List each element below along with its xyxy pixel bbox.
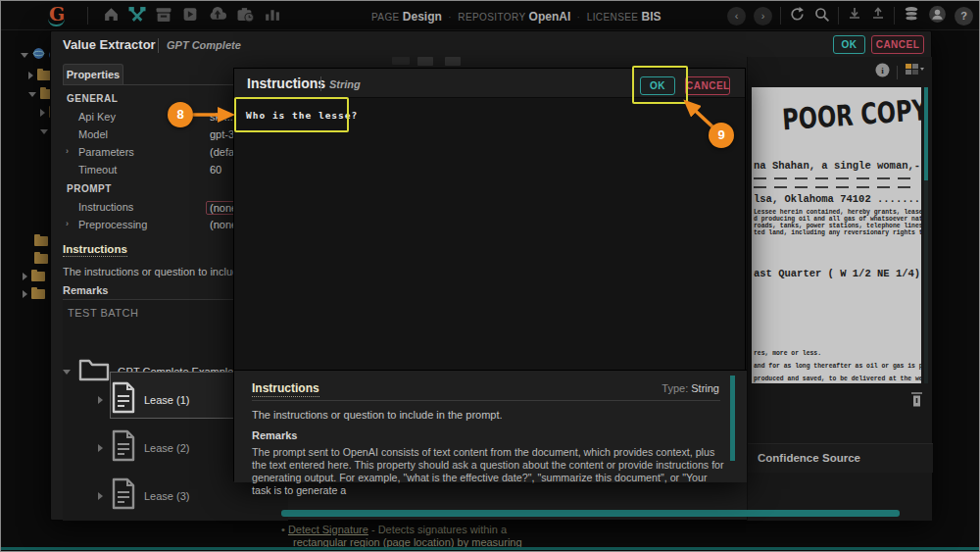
import-cloud-icon[interactable] <box>208 6 227 23</box>
expander-icon[interactable] <box>98 492 103 500</box>
document-line: produced and saved, to be delivered at t… <box>754 376 921 382</box>
expand-chevron-icon[interactable]: › <box>66 146 69 156</box>
folder-icon[interactable] <box>31 272 45 281</box>
modal-help-panel: Instructions Type: String The instructio… <box>234 370 747 482</box>
annotation-step-9: 9 <box>709 123 734 148</box>
folder-icon[interactable] <box>34 236 48 246</box>
delete-icon[interactable] <box>910 391 923 412</box>
document-icon <box>111 381 136 418</box>
document-line: res, more or less. <box>754 350 821 357</box>
stats-icon[interactable] <box>264 6 280 23</box>
folder-icon[interactable] <box>31 289 45 299</box>
licensee-label: LICENSEE <box>587 12 639 23</box>
back-button[interactable]: ‹ <box>727 7 746 25</box>
expand-chevron-icon[interactable]: › <box>66 219 69 228</box>
page-label: PAGE <box>371 12 400 23</box>
group-prompt: PROMPT <box>67 183 112 194</box>
tree-item-lease-3[interactable]: Lease (3) <box>98 477 189 514</box>
group-general: GENERAL <box>67 93 118 104</box>
help-scrollbar[interactable] <box>730 376 735 461</box>
document-label[interactable]: Lease (3) <box>144 490 189 502</box>
document-line: ted land, including any reversionary rig… <box>754 229 921 236</box>
download-icon[interactable] <box>847 6 862 25</box>
document-label[interactable]: Lease (2) <box>144 442 189 454</box>
modal-type: String <box>329 78 361 90</box>
bottom-accent-line <box>1 547 980 550</box>
page-value[interactable]: Design <box>403 10 442 24</box>
annotation-step-8: 8 <box>168 102 193 127</box>
document-icon <box>111 429 136 466</box>
expander-icon[interactable] <box>98 444 103 452</box>
highlight-box-instructions-text <box>234 97 349 132</box>
forward-button[interactable]: › <box>754 7 772 25</box>
design-tools-icon[interactable] <box>128 6 146 23</box>
breadcrumb: PAGE Design · REPOSITORY OpenAI · LICENS… <box>371 10 662 24</box>
document-rule <box>754 186 918 188</box>
repository-value[interactable]: OpenAI <box>529 10 571 24</box>
document-rule <box>754 177 918 179</box>
dialog-title: Value Extractor <box>63 37 156 52</box>
database-icon[interactable] <box>903 5 920 26</box>
tree-item-lease-1[interactable]: Lease (1) <box>98 381 189 418</box>
expander-icon[interactable] <box>63 370 71 375</box>
app-window: G PAGE Design · REPOSITORY OpenAI · LICE… <box>0 0 980 552</box>
help-icon[interactable]: ? <box>955 7 973 25</box>
properties-tab[interactable]: Properties <box>63 64 123 84</box>
archive-box-icon[interactable] <box>155 6 172 23</box>
highlight-box-ok-button <box>632 66 688 104</box>
horizontal-scrollbar[interactable] <box>281 510 900 517</box>
batches-icon[interactable] <box>181 6 199 23</box>
divider <box>87 7 88 25</box>
expander-icon[interactable] <box>21 53 28 58</box>
expander-icon[interactable] <box>98 396 103 404</box>
document-line: lsa, Oklahoma 74102 ........... <box>754 193 921 205</box>
view-layout-icon[interactable] <box>905 63 924 81</box>
folder-icon[interactable] <box>37 71 51 80</box>
document-viewer-panel: i POOR COPY na Shahan, a single woman,--… <box>747 57 932 521</box>
modal-help-title: Instructions <box>252 381 319 397</box>
tasks-icon[interactable] <box>236 6 255 23</box>
modal-help-type: Type: String <box>662 382 719 394</box>
search-icon[interactable] <box>813 6 830 26</box>
licensee-value[interactable]: BIS <box>642 10 662 24</box>
tab-source[interactable]: Source <box>822 452 860 464</box>
upload-icon[interactable] <box>870 6 886 25</box>
user-icon[interactable] <box>928 5 947 27</box>
modal-cancel-button[interactable]: CANCEL <box>685 76 730 95</box>
info-icon[interactable]: i <box>875 63 890 81</box>
modal-title: Instructions <box>247 75 325 91</box>
background-help-text: • Detect Signature - Detects signatures … <box>281 524 556 549</box>
home-icon[interactable] <box>103 6 120 23</box>
ghost-toolbar-icon <box>417 57 433 66</box>
detect-signature-link[interactable]: Detect Signature <box>288 524 368 535</box>
timeout-value[interactable]: 60 <box>210 164 221 176</box>
dialog-subtitle: GPT Complete <box>167 39 241 51</box>
modal-help-remarks: The prompt sent to OpenAI consists of te… <box>252 446 726 497</box>
poor-copy-stamp: POOR COPY <box>781 93 921 137</box>
api-key-value[interactable]: sk-... <box>210 111 233 123</box>
background-node-tree-lower <box>21 236 48 299</box>
cancel-button[interactable]: CANCEL <box>871 35 924 54</box>
document-preview-image[interactable]: POOR COPY na Shahan, a single woman,----… <box>752 87 921 383</box>
grooper-logo[interactable]: G <box>44 3 70 28</box>
tree-item-lease-2[interactable]: Lease (2) <box>98 429 189 466</box>
modal-help-description: The instructions or question to include … <box>252 409 503 421</box>
document-line: ast Quarter ( W 1/2 NE 1/4) <box>754 268 920 279</box>
test-batch-header: TEST BATCH <box>68 307 138 319</box>
help-title: Instructions <box>63 243 127 257</box>
refresh-icon[interactable] <box>789 6 806 26</box>
repository-node-icon <box>32 46 45 64</box>
repository-label: REPOSITORY <box>458 12 525 23</box>
ok-button[interactable]: OK <box>833 35 865 54</box>
document-scrollbar[interactable] <box>924 87 928 383</box>
main-nav-icons <box>103 6 280 23</box>
divider <box>320 76 321 91</box>
document-line: d producing oil and all gas of whatsoeve… <box>754 216 921 223</box>
tab-confidence[interactable]: Confidence <box>758 452 819 464</box>
document-line: na Shahan, a single woman,------ <box>754 160 921 172</box>
document-label[interactable]: Lease (1) <box>144 394 189 406</box>
result-tabs-row: Confidence Source <box>748 443 933 473</box>
ghost-toolbar-icon <box>392 57 410 65</box>
ghost-toolbar-icon <box>445 57 461 66</box>
folder-icon[interactable] <box>34 254 48 264</box>
